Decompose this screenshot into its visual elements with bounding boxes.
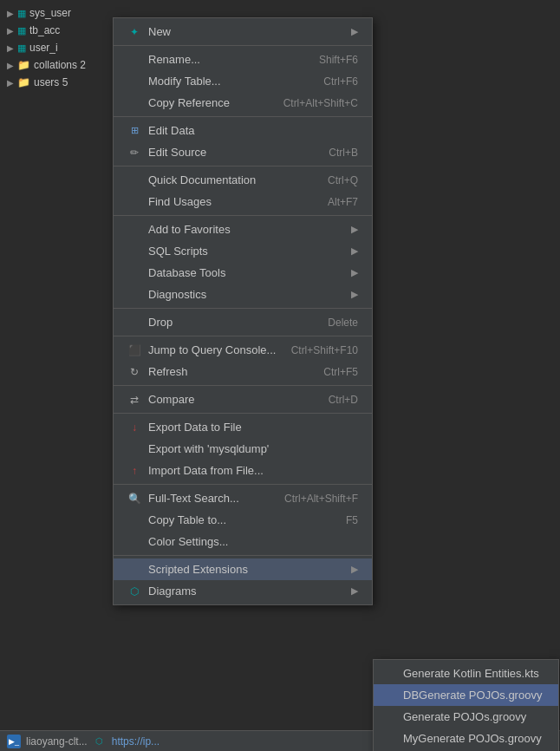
import-icon: ↑: [127, 465, 141, 477]
menu-label-rename: Rename...: [148, 53, 312, 66]
scripted-extensions-submenu: Generate Kotlin Entities.kts DBGenerate …: [373, 659, 559, 751]
separator: [114, 385, 372, 386]
separator: [114, 116, 372, 117]
menu-item-database-tools[interactable]: Database Tools ▶: [114, 262, 372, 284]
menu-label-fulltext-search: Full-Text Search...: [148, 492, 277, 505]
tree-label: user_i: [29, 42, 58, 54]
menu-item-quick-doc[interactable]: Quick Documentation Ctrl+Q: [114, 169, 372, 191]
tree-arrow: ▶: [7, 61, 14, 70]
tree-arrow: ▶: [7, 9, 14, 18]
submenu-item-dbgen-pojos[interactable]: DBGenerate POJOs.groovy: [374, 684, 558, 706]
grid-icon: ⊞: [127, 125, 141, 136]
menu-label-add-favorites: Add to Favorites: [148, 223, 344, 236]
menu-label-color-settings: Color Settings...: [148, 535, 358, 548]
menu-item-color-settings[interactable]: Color Settings...: [114, 531, 372, 552]
menu-item-refresh[interactable]: ↻ Refresh Ctrl+F5: [114, 361, 372, 382]
shortcut-copy-table: F5: [346, 514, 358, 526]
menu-item-copy-reference[interactable]: Copy Reference Ctrl+Alt+Shift+C: [114, 92, 372, 114]
submenu-arrow-scripted: ▶: [351, 564, 358, 575]
submenu-item-mygen-pojos[interactable]: MyGenerate POJOs.groovy: [374, 728, 558, 749]
menu-item-jump-query[interactable]: ⬛ Jump to Query Console... Ctrl+Shift+F1…: [114, 339, 372, 361]
menu-label-copy-table: Copy Table to...: [148, 513, 339, 526]
menu-label-find-usages: Find Usages: [148, 195, 321, 208]
shortcut-rename: Shift+F6: [319, 54, 358, 66]
menu-label-diagrams: Diagrams: [148, 584, 344, 598]
menu-label-edit-source: Edit Source: [148, 146, 322, 159]
shortcut-compare: Ctrl+D: [329, 394, 358, 406]
menu-label-refresh: Refresh: [148, 365, 316, 378]
submenu-label-gen-kotlin: Generate Kotlin Entities.kts: [403, 667, 539, 680]
table-icon: ▦: [17, 42, 26, 54]
shortcut-jump-query: Ctrl+Shift+F10: [291, 344, 358, 356]
tree-arrow: ▶: [7, 78, 14, 88]
menu-item-import-file[interactable]: ↑ Import Data from File...: [114, 460, 372, 481]
menu-item-compare[interactable]: ⇄ Compare Ctrl+D: [114, 389, 372, 410]
menu-item-diagrams[interactable]: ⬡ Diagrams ▶: [114, 580, 372, 602]
separator: [114, 336, 372, 336]
context-menu: ✦ New ▶ Rename... Shift+F6 Modify Table.…: [113, 17, 373, 605]
status-hostname[interactable]: liaoyang-clt...: [26, 735, 88, 748]
separator: [114, 413, 372, 414]
menu-item-diagnostics[interactable]: Diagnostics ▶: [114, 284, 372, 305]
pencil-icon: ✏: [127, 147, 141, 159]
shortcut-refresh: Ctrl+F5: [323, 366, 358, 378]
submenu-item-gen-pojos[interactable]: Generate POJOs.groovy: [374, 706, 558, 728]
status-url: https://ip...: [112, 735, 160, 748]
menu-item-sql-scripts[interactable]: SQL Scripts ▶: [114, 240, 372, 262]
menu-item-rename[interactable]: Rename... Shift+F6: [114, 49, 372, 70]
separator: [114, 166, 372, 167]
menu-label-export-mysqldump: Export with 'mysqldump': [148, 442, 358, 455]
shortcut-quick-doc: Ctrl+Q: [328, 174, 358, 186]
shortcut-find-usages: Alt+F7: [328, 196, 358, 208]
menu-item-edit-source[interactable]: ✏ Edit Source Ctrl+B: [114, 141, 372, 163]
tree-arrow: ▶: [7, 26, 14, 36]
menu-item-fulltext-search[interactable]: 🔍 Full-Text Search... Ctrl+Alt+Shift+F: [114, 487, 372, 509]
tree-label: sys_user: [29, 7, 71, 19]
menu-item-drop[interactable]: Drop Delete: [114, 311, 372, 333]
menu-item-modify-table[interactable]: Modify Table... Ctrl+F6: [114, 70, 372, 92]
separator: [114, 215, 372, 216]
menu-item-add-favorites[interactable]: Add to Favorites ▶: [114, 219, 372, 240]
menu-label-database-tools: Database Tools: [148, 266, 344, 279]
folder-icon: 📁: [17, 59, 30, 71]
submenu-arrow-db-tools: ▶: [351, 267, 358, 278]
menu-label-drop: Drop: [148, 316, 321, 329]
shortcut-drop: Delete: [328, 317, 358, 329]
menu-label-sql-scripts: SQL Scripts: [148, 245, 344, 258]
menu-item-export-mysqldump[interactable]: Export with 'mysqldump': [114, 438, 372, 460]
submenu-arrow-diagrams: ▶: [351, 585, 358, 597]
submenu-arrow-favorites: ▶: [351, 224, 358, 235]
console-icon: ⬛: [127, 344, 141, 356]
menu-label-import-file: Import Data from File...: [148, 464, 358, 477]
menu-item-edit-data[interactable]: ⊞ Edit Data: [114, 120, 372, 141]
submenu-arrow-sql: ▶: [351, 245, 358, 257]
separator: [114, 484, 372, 485]
separator: [114, 308, 372, 309]
submenu-label-mygen-pojos: MyGenerate POJOs.groovy: [403, 732, 542, 745]
separator: [114, 555, 372, 556]
submenu-item-gen-kotlin[interactable]: Generate Kotlin Entities.kts: [374, 663, 558, 684]
menu-item-new[interactable]: ✦ New ▶: [114, 21, 372, 42]
shortcut-fulltext: Ctrl+Alt+Shift+F: [284, 493, 358, 505]
menu-label-edit-data: Edit Data: [148, 124, 358, 137]
menu-item-find-usages[interactable]: Find Usages Alt+F7: [114, 191, 372, 212]
plus-icon: ✦: [127, 26, 141, 38]
menu-item-copy-table[interactable]: Copy Table to... F5: [114, 509, 372, 531]
menu-item-export-file[interactable]: ↓ Export Data to File: [114, 416, 372, 438]
menu-label-quick-doc: Quick Documentation: [148, 173, 321, 186]
shortcut-edit-source: Ctrl+B: [329, 147, 358, 159]
tree-label: collations 2: [34, 59, 86, 71]
menu-item-scripted-extensions[interactable]: Scripted Extensions ▶: [114, 558, 372, 580]
submenu-arrow-diagnostics: ▶: [351, 289, 358, 300]
db-icon: ⬡: [93, 735, 107, 748]
refresh-icon: ↻: [127, 366, 141, 378]
menu-label-modify-table: Modify Table...: [148, 75, 316, 88]
submenu-arrow-new: ▶: [351, 26, 358, 37]
export-icon: ↓: [127, 421, 141, 434]
compare-icon: ⇄: [127, 394, 141, 406]
tree-label: tb_acc: [29, 24, 60, 36]
tree-label: users 5: [34, 76, 68, 88]
terminal-icon: ▶_: [7, 735, 21, 748]
menu-label-export-file: Export Data to File: [148, 421, 358, 434]
menu-label-jump-query: Jump to Query Console...: [148, 343, 284, 356]
